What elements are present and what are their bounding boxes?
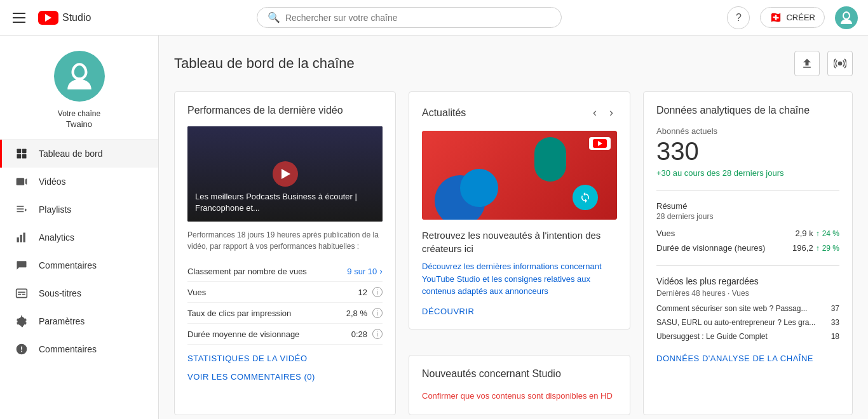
news-nav: ‹ › bbox=[589, 105, 617, 121]
divider-1 bbox=[656, 190, 839, 191]
svg-rect-10 bbox=[17, 237, 19, 243]
create-button[interactable]: 🇨🇭 CRÉER bbox=[760, 7, 825, 28]
top-video-row-2: SASU, EURL ou auto-entrepreneur ? Les gr… bbox=[656, 318, 839, 327]
video-thumb-title: Les meilleurs Podcasts Business à écoute… bbox=[195, 191, 375, 214]
news-next-button[interactable]: › bbox=[606, 105, 617, 121]
perf-stat-taux: Taux de clics par impression 2,8 % i bbox=[187, 303, 383, 324]
metric-value-duree: 196,2 ↑ 29 % bbox=[792, 243, 839, 253]
stat-label-classement: Classement par nombre de vues bbox=[187, 267, 307, 276]
channel-avatar-icon bbox=[64, 60, 95, 92]
summary-days: 28 derniers jours bbox=[656, 212, 839, 221]
channel-avatar bbox=[54, 51, 105, 102]
divider-2 bbox=[656, 265, 839, 266]
live-icon bbox=[834, 57, 846, 70]
middle-column: Actualités ‹ › bbox=[409, 91, 630, 415]
info-icon-vues[interactable]: i bbox=[372, 287, 383, 297]
perf-stat-duree: Durée moyenne de visionnage 0:28 i bbox=[187, 324, 383, 345]
subscribers-section: Abonnés actuels 330 +30 au cours des 28 … bbox=[656, 126, 839, 178]
avatar-icon bbox=[839, 10, 854, 25]
news-blob-3 bbox=[534, 137, 566, 182]
top-video-name-2: SASU, EURL ou auto-entrepreneur ? Les gr… bbox=[656, 318, 826, 327]
channel-label: Votre chaîne bbox=[58, 109, 100, 118]
page-header: Tableau de bord de la chaîne bbox=[174, 51, 853, 76]
metric-row-vues: Vues 2,9 k ↑ 24 % bbox=[656, 229, 839, 238]
youtube-logo: Studio bbox=[38, 11, 91, 25]
top-videos-sub: Dernières 48 heures · Vues bbox=[656, 289, 839, 298]
help-button[interactable]: ? bbox=[727, 6, 750, 29]
info-icon-duree[interactable]: i bbox=[372, 329, 383, 339]
sidebar-item-tableau-de-bord[interactable]: Tableau de bord bbox=[0, 140, 158, 168]
actualites-card: Actualités ‹ › bbox=[409, 91, 630, 329]
top-video-name-3: Ubersuggest : Le Guide Complet bbox=[656, 332, 826, 341]
list-icon bbox=[15, 203, 29, 216]
discover-button[interactable]: DÉCOUVRIR bbox=[422, 307, 617, 316]
sidebar-item-analytics[interactable]: Analytics bbox=[0, 223, 158, 251]
stats-video-link[interactable]: STATISTIQUES DE LA VIDÉO bbox=[187, 354, 383, 363]
sidebar-item-sous-titres[interactable]: Sous-titres bbox=[0, 279, 158, 307]
svg-rect-15 bbox=[22, 294, 25, 295]
trend-up-duree: ↑ bbox=[816, 244, 820, 253]
user-avatar[interactable] bbox=[835, 6, 858, 29]
nouveautes-desc: Confirmer que vos contenus sont disponib… bbox=[422, 390, 617, 402]
svg-rect-8 bbox=[17, 211, 24, 213]
sidebar-item-commentaires2[interactable]: Commentaires bbox=[0, 335, 158, 363]
news-prev-button[interactable]: ‹ bbox=[589, 105, 600, 121]
analytics-card-title: Données analytiques de la chaîne bbox=[656, 105, 839, 116]
sidebar-label-parametres: Paramètres bbox=[39, 316, 85, 326]
sidebar-item-commentaires[interactable]: Commentaires bbox=[0, 251, 158, 279]
hamburger-menu[interactable] bbox=[10, 10, 28, 25]
gear-icon bbox=[15, 315, 29, 328]
page-title: Tableau de bord de la chaîne bbox=[174, 55, 355, 72]
info-icon-taux[interactable]: i bbox=[372, 308, 383, 318]
subtitles-icon bbox=[15, 287, 29, 300]
search-input[interactable] bbox=[285, 13, 551, 23]
video-thumbnail[interactable]: Les meilleurs Podcasts Business à écoute… bbox=[187, 126, 383, 222]
trend-up-vues: ↑ bbox=[816, 229, 820, 238]
sidebar-item-parametres[interactable]: Paramètres bbox=[0, 307, 158, 335]
bar-chart-icon bbox=[15, 231, 29, 244]
svg-rect-16 bbox=[18, 292, 25, 293]
news-image bbox=[422, 131, 617, 220]
top-video-row-1: Comment sécuriser son site web ? Passag.… bbox=[656, 304, 839, 313]
metric-num-duree: 196,2 bbox=[792, 243, 813, 253]
svg-rect-1 bbox=[22, 149, 27, 154]
stat-value-vues: 12 bbox=[358, 288, 367, 297]
upload-button[interactable] bbox=[794, 51, 820, 76]
alert-icon bbox=[15, 343, 29, 356]
sidebar-label-playlists: Playlists bbox=[39, 204, 71, 215]
trend-pct-vues: 24 % bbox=[822, 229, 839, 238]
comments-link[interactable]: VOIR LES COMMENTAIRES (0) bbox=[187, 372, 383, 382]
analytics-link[interactable]: DONNÉES D'ANALYSE DE LA CHAÎNE bbox=[656, 354, 839, 363]
top-videos-section: Vidéos les plus regardées Dernières 48 h… bbox=[656, 276, 839, 341]
summary-label: Résumé bbox=[656, 201, 839, 211]
analytics-card: Données analytiques de la chaîne Abonnés… bbox=[643, 91, 853, 415]
search-bar[interactable]: 🔍 bbox=[257, 7, 562, 28]
youtube-icon bbox=[38, 11, 58, 25]
top-video-views-3: 18 bbox=[831, 332, 839, 341]
sidebar-item-videos[interactable]: Vidéos bbox=[0, 168, 158, 196]
nouveautes-card: Nouveautés concernant Studio Confirmer q… bbox=[409, 355, 630, 416]
svg-point-17 bbox=[838, 62, 843, 66]
subscribers-count: 330 bbox=[656, 137, 839, 166]
svg-rect-3 bbox=[22, 154, 27, 159]
comment-icon bbox=[15, 259, 29, 272]
live-button[interactable] bbox=[827, 51, 853, 76]
top-videos-title: Vidéos les plus regardées bbox=[656, 276, 839, 286]
stat-value-classement: 9 sur 10 bbox=[347, 267, 377, 276]
news-circle bbox=[573, 185, 598, 210]
news-yt-logo bbox=[589, 137, 611, 150]
play-icon bbox=[273, 161, 298, 187]
svg-rect-0 bbox=[17, 149, 22, 154]
sidebar-item-playlists[interactable]: Playlists bbox=[0, 196, 158, 223]
trend-pct-duree: 29 % bbox=[822, 244, 839, 253]
news-desc: Découvrez les dernières informations con… bbox=[422, 260, 617, 298]
subscribers-label: Abonnés actuels bbox=[656, 126, 839, 136]
top-video-views-1: 37 bbox=[831, 304, 839, 313]
perf-stat-vues: Vues 12 i bbox=[187, 282, 383, 303]
upload-icon bbox=[801, 57, 813, 70]
stat-value-duree: 0:28 bbox=[351, 329, 367, 339]
sidebar-label-commentaires: Commentaires bbox=[39, 260, 97, 270]
svg-marker-9 bbox=[25, 208, 27, 211]
top-video-row-3: Ubersuggest : Le Guide Complet 18 bbox=[656, 332, 839, 341]
top-video-name-1: Comment sécuriser son site web ? Passag.… bbox=[656, 304, 826, 313]
